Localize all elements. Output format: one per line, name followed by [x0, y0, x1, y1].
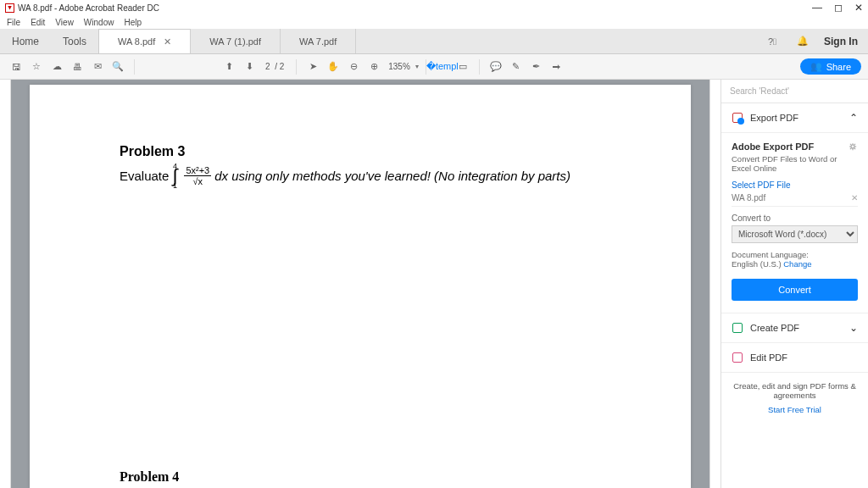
problem-3-heading: Problem 3: [120, 144, 648, 159]
text: Evaluate: [120, 169, 169, 183]
tab-strip: Home Tools WA 8.pdf ✕ WA 7 (1).pdf WA 7.…: [0, 29, 868, 54]
share-icon: 👥: [810, 61, 822, 72]
comment-icon[interactable]: 💬: [487, 58, 505, 76]
tools-tab[interactable]: Tools: [51, 29, 98, 53]
create-pdf-icon: [732, 322, 743, 334]
chevron-up-icon: ⌃: [849, 112, 858, 124]
share-button[interactable]: 👥 Share: [800, 58, 861, 75]
notification-icon[interactable]: 🔔: [793, 32, 812, 51]
settings-icon[interactable]: ⛭: [849, 141, 858, 152]
tab-label: WA 7 (1).pdf: [209, 36, 261, 47]
label: Edit PDF: [750, 352, 787, 363]
start-trial-link[interactable]: Start Free Trial: [730, 405, 860, 414]
problem-3-text: Evaluate 4 ∫ 1 5x²+3 √x dx using only me…: [120, 163, 648, 190]
menu-bar: File Edit View Window Help: [0, 15, 868, 29]
tab-label: WA 8.pdf: [118, 36, 155, 47]
chevron-down-icon: ⌄: [849, 322, 858, 334]
menu-edit[interactable]: Edit: [31, 18, 45, 27]
tab-close-icon[interactable]: ✕: [164, 36, 171, 47]
window-title-bar: WA 8.pdf - Adobe Acrobat Reader DC — ◻ ✕: [0, 0, 868, 15]
export-pdf-header[interactable]: Export PDF ⌃: [721, 103, 868, 133]
zoom-value[interactable]: 135%: [385, 62, 414, 71]
create-pdf-row[interactable]: Create PDF ⌄: [721, 313, 868, 343]
app-logo-icon: [5, 3, 14, 13]
pdf-page: Problem 3 Evaluate 4 ∫ 1 5x²+3 √x dx usi…: [30, 85, 691, 488]
star-icon[interactable]: ☆: [27, 58, 46, 76]
separator: [479, 59, 480, 75]
document-tab[interactable]: WA 7 (1).pdf: [191, 29, 281, 53]
minimize-button[interactable]: —: [812, 2, 822, 14]
numerator: 5x²+3: [184, 166, 211, 176]
select-file-label: Select PDF File: [732, 180, 858, 190]
promo-block: Create, edit and sign PDF forms & agreem…: [721, 373, 868, 423]
remove-file-icon[interactable]: ✕: [851, 193, 858, 202]
panel-title: Adobe Export PDF: [732, 141, 814, 152]
hand-icon[interactable]: ✋: [324, 58, 342, 76]
maximize-button[interactable]: ◻: [834, 2, 843, 14]
export-pdf-panel: Adobe Export PDF⛭ Convert PDF Files to W…: [721, 133, 868, 313]
edit-pdf-icon: [732, 352, 743, 363]
pointer-icon[interactable]: ➤: [303, 58, 322, 76]
export-pdf-icon: [732, 112, 743, 124]
highlight-icon[interactable]: ✎: [507, 58, 526, 76]
integral-symbol: 4 ∫ 1: [172, 163, 177, 190]
save-icon[interactable]: 🖫: [7, 58, 25, 76]
home-tab[interactable]: Home: [0, 29, 51, 53]
search-icon[interactable]: 🔍: [108, 58, 127, 76]
separator: [134, 59, 135, 75]
promo-text: Create, edit and sign PDF forms & agreem…: [733, 381, 856, 400]
page-down-icon[interactable]: ⬇: [240, 58, 259, 76]
fit-width-icon[interactable]: �templ: [433, 58, 452, 76]
separator: [296, 59, 297, 75]
document-language: Document Language: English (U.S.) Change: [732, 250, 858, 269]
sidebar-search[interactable]: Search 'Redact': [721, 80, 868, 103]
convert-to-label: Convert to: [732, 214, 858, 223]
stamp-icon[interactable]: ⮕: [548, 58, 566, 76]
label: Create PDF: [750, 323, 799, 333]
help-icon[interactable]: ?⃝: [763, 32, 782, 51]
convert-button[interactable]: Convert: [732, 279, 858, 301]
denominator: √x: [193, 176, 203, 186]
search-placeholder: Search 'Redact': [730, 86, 789, 96]
close-button[interactable]: ✕: [854, 2, 863, 14]
mail-icon[interactable]: ✉: [88, 58, 107, 76]
panel-subtitle: Convert PDF Files to Word or Excel Onlin…: [732, 154, 858, 174]
document-viewport[interactable]: Problem 3 Evaluate 4 ∫ 1 5x²+3 √x dx usi…: [0, 80, 721, 488]
text: dx using only methods you've learned! (N…: [214, 169, 570, 183]
sign-in-link[interactable]: Sign In: [824, 36, 858, 47]
main-toolbar: 🖫 ☆ ☁ 🖶 ✉ 🔍 ⬆ ⬇ 2 / 2 ➤ ✋ ⊖ ⊕ 135%▾ �tem…: [0, 54, 868, 80]
right-sidebar: Search 'Redact' Export PDF ⌃ Adobe Expor…: [721, 80, 868, 488]
tab-label: WA 7.pdf: [299, 36, 337, 47]
share-label: Share: [826, 62, 851, 72]
page-indicator[interactable]: 2 / 2: [260, 62, 289, 71]
document-tab-active[interactable]: WA 8.pdf ✕: [98, 29, 191, 53]
menu-window[interactable]: Window: [84, 18, 114, 27]
edit-pdf-row[interactable]: Edit PDF: [721, 343, 868, 373]
menu-file[interactable]: File: [7, 18, 20, 27]
cloud-icon[interactable]: ☁: [47, 58, 66, 76]
document-tab[interactable]: WA 7.pdf: [281, 29, 356, 53]
selected-file-row[interactable]: WA 8.pdf ✕: [732, 190, 858, 207]
zoom-out-icon[interactable]: ⊖: [344, 58, 363, 76]
page-up-icon[interactable]: ⬆: [220, 58, 238, 76]
read-mode-icon[interactable]: ▭: [453, 58, 472, 76]
window-title: WA 8.pdf - Adobe Acrobat Reader DC: [18, 3, 159, 13]
sign-icon[interactable]: ✒: [527, 58, 546, 76]
label: Export PDF: [750, 113, 798, 123]
problem-4-heading: Problem 4: [120, 469, 179, 485]
print-icon[interactable]: 🖶: [68, 58, 86, 76]
change-language-link[interactable]: Change: [783, 259, 811, 269]
fraction: 5x²+3 √x: [184, 166, 211, 186]
lower-limit: 1: [173, 182, 177, 189]
zoom-in-icon[interactable]: ⊕: [364, 58, 383, 76]
convert-to-select[interactable]: Microsoft Word (*.docx): [732, 225, 858, 243]
menu-help[interactable]: Help: [124, 18, 142, 27]
file-name: WA 8.pdf: [732, 193, 765, 202]
menu-view[interactable]: View: [55, 18, 74, 27]
